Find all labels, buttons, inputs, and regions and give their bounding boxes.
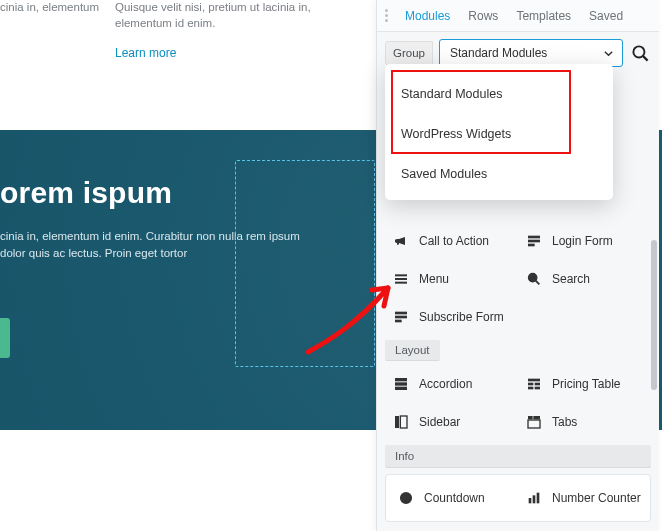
builder-panel: Modules Rows Templates Saved Group Stand… (376, 0, 659, 531)
module-search[interactable]: Search (518, 260, 651, 298)
section-header-layout: Layout (385, 340, 440, 361)
svg-rect-2 (528, 236, 540, 239)
module-login-form[interactable]: Login Form (518, 222, 651, 260)
search-icon (631, 44, 650, 63)
svg-line-9 (536, 281, 540, 285)
svg-rect-3 (528, 240, 540, 243)
search-icon (526, 271, 542, 287)
svg-rect-27 (529, 498, 532, 503)
svg-rect-4 (528, 244, 535, 247)
module-accordion[interactable]: Accordion (385, 365, 518, 403)
module-tabs[interactable]: Tabs (518, 403, 651, 441)
learn-more-link[interactable]: Learn more (115, 45, 176, 61)
module-label: Login Form (552, 234, 613, 248)
svg-rect-24 (533, 416, 540, 419)
tab-rows[interactable]: Rows (459, 9, 507, 23)
group-select-value: Standard Modules (450, 46, 547, 60)
accordion-icon (393, 376, 409, 392)
svg-point-0 (633, 46, 644, 57)
module-sidebar[interactable]: Sidebar (385, 403, 518, 441)
module-label: Sidebar (419, 415, 460, 429)
svg-rect-14 (395, 382, 407, 385)
table-icon (526, 376, 542, 392)
group-dropdown: Standard Modules WordPress Widgets Saved… (385, 64, 613, 200)
svg-rect-21 (395, 416, 399, 428)
svg-rect-18 (535, 383, 540, 386)
svg-rect-17 (528, 383, 533, 386)
module-countdown[interactable]: Countdown (390, 479, 518, 517)
svg-rect-19 (528, 387, 533, 390)
module-label: Countdown (424, 491, 485, 505)
svg-point-8 (529, 274, 537, 282)
svg-rect-16 (528, 379, 540, 382)
section-header-info: Info (385, 445, 651, 468)
svg-rect-13 (395, 378, 407, 381)
svg-rect-29 (537, 493, 540, 504)
svg-rect-20 (535, 387, 540, 390)
svg-rect-7 (395, 282, 407, 284)
form-icon (393, 309, 409, 325)
menu-icon (393, 271, 409, 287)
module-label: Menu (419, 272, 449, 286)
chevron-down-icon (603, 48, 614, 59)
body-text: cinia in, elementum (0, 1, 99, 13)
hero-cta-button[interactable] (0, 318, 10, 358)
clock-icon (398, 490, 414, 506)
group-label: Group (385, 41, 433, 65)
module-label: Accordion (419, 377, 472, 391)
module-number-counter[interactable]: Number Counter (518, 479, 646, 517)
bars-icon (526, 490, 542, 506)
tab-templates[interactable]: Templates (507, 9, 580, 23)
empty-column-dropzone[interactable] (235, 160, 375, 367)
body-text: Quisque velit nisi, pretium ut lacinia i… (115, 1, 311, 29)
module-subscribe-form[interactable]: Subscribe Form (385, 298, 518, 336)
dropdown-item-saved-modules[interactable]: Saved Modules (385, 154, 613, 194)
svg-rect-12 (395, 320, 402, 323)
svg-rect-28 (533, 495, 536, 503)
megaphone-icon (393, 233, 409, 249)
info-card: Countdown Number Counter (385, 474, 651, 522)
dropdown-item-standard-modules[interactable]: Standard Modules (385, 74, 613, 114)
module-pricing-table[interactable]: Pricing Table (518, 365, 651, 403)
tab-saved[interactable]: Saved (580, 9, 632, 23)
sidebar-icon (393, 414, 409, 430)
form-icon (526, 233, 542, 249)
drag-handle-icon[interactable] (385, 9, 388, 22)
svg-rect-6 (395, 278, 407, 280)
dropdown-item-wordpress-widgets[interactable]: WordPress Widgets (385, 114, 613, 154)
module-label: Pricing Table (552, 377, 620, 391)
module-label: Number Counter (552, 491, 641, 505)
scrollbar-thumb[interactable] (651, 240, 657, 390)
svg-line-1 (642, 55, 647, 60)
module-label: Search (552, 272, 590, 286)
group-select[interactable]: Standard Modules (439, 39, 623, 67)
module-label: Subscribe Form (419, 310, 504, 324)
svg-rect-10 (395, 312, 407, 315)
module-label: Call to Action (419, 234, 489, 248)
module-call-to-action[interactable]: Call to Action (385, 222, 518, 260)
search-button[interactable] (629, 42, 651, 64)
svg-rect-11 (395, 316, 407, 319)
svg-rect-15 (395, 387, 407, 390)
svg-rect-25 (528, 420, 540, 428)
module-menu[interactable]: Menu (385, 260, 518, 298)
panel-tabs: Modules Rows Templates Saved (377, 0, 659, 32)
svg-rect-23 (528, 416, 533, 419)
svg-rect-5 (395, 274, 407, 276)
svg-rect-22 (400, 416, 407, 428)
tabs-icon (526, 414, 542, 430)
module-label: Tabs (552, 415, 577, 429)
tab-modules[interactable]: Modules (396, 9, 459, 23)
